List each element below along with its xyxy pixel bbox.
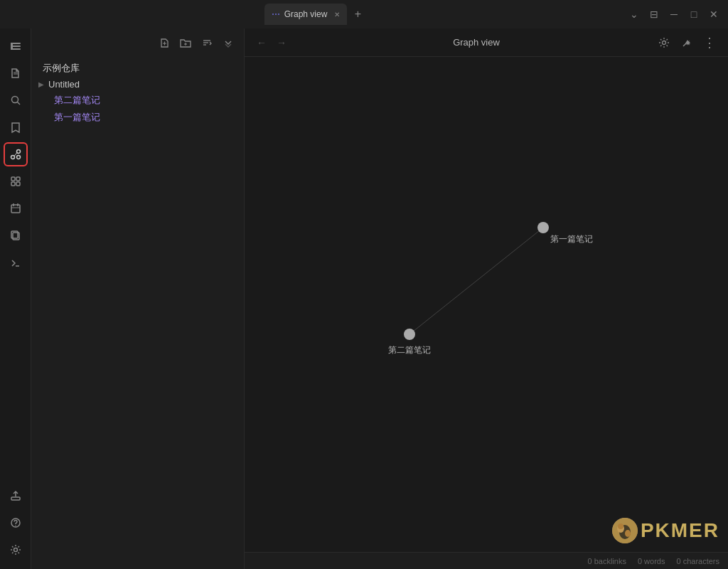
tree-root[interactable]: 示例仓库: [31, 60, 244, 77]
sidebar-item-bookmark[interactable]: [4, 115, 28, 139]
sidebar-item-settings[interactable]: [4, 538, 28, 562]
chevron-btn[interactable]: ⌄: [626, 6, 643, 23]
svg-point-38: [537, 222, 549, 233]
titlebar: ⋯ Graph view ✕ + ⌄ ⊟ ─ □ ✕: [0, 0, 728, 28]
graph-title: Graph view: [299, 37, 654, 48]
sidebar-item-terminal[interactable]: [4, 250, 28, 275]
collapse-all-btn[interactable]: [220, 34, 237, 51]
graph-header: ← → Graph view ⋮: [245, 28, 728, 57]
svg-line-7: [17, 102, 20, 105]
close-btn[interactable]: ✕: [705, 6, 722, 23]
tree-folder-untitled[interactable]: ▶ Untitled: [31, 77, 244, 92]
graph-more-btn[interactable]: ⋮: [700, 33, 719, 53]
maximize-btn[interactable]: □: [685, 6, 702, 23]
svg-point-39: [404, 329, 415, 340]
svg-rect-17: [11, 205, 20, 213]
pkmer-logo-icon: [612, 518, 638, 543]
svg-rect-15: [11, 182, 15, 186]
layout-btn[interactable]: ⊟: [646, 6, 663, 23]
new-tab-btn[interactable]: +: [348, 5, 367, 23]
chevron-right-icon: ▶: [38, 80, 44, 88]
graph-wand-btn[interactable]: [677, 33, 697, 53]
svg-rect-14: [16, 177, 20, 181]
words-count: 0 words: [638, 557, 665, 565]
pkmer-text: PKMER: [641, 519, 719, 542]
nav-forward-btn[interactable]: →: [273, 34, 290, 51]
sidebar-item-graph[interactable]: [4, 142, 28, 166]
new-folder-btn[interactable]: [177, 34, 194, 51]
list-item[interactable]: 第二篇笔记: [31, 92, 244, 109]
status-bar: 0 backlinks 0 words 0 characters: [245, 552, 728, 569]
svg-point-43: [618, 523, 623, 529]
sort-btn[interactable]: [198, 34, 215, 51]
sidebar-item-search[interactable]: [4, 88, 28, 112]
file-tree: 示例仓库 ▶ Untitled 第二篇笔记 第一篇笔记: [31, 57, 244, 569]
sidebar-item-plugins[interactable]: [4, 169, 28, 193]
tab-label: Graph view: [284, 9, 328, 19]
graph-svg: [245, 57, 728, 552]
svg-point-27: [14, 548, 17, 552]
tab-graph-icon: ⋯: [272, 9, 280, 19]
svg-point-35: [663, 41, 666, 44]
file-panel-header: [31, 28, 244, 57]
characters-count: 0 characters: [676, 557, 719, 565]
new-note-btn[interactable]: [156, 34, 173, 51]
sidebar-item-help[interactable]: [4, 511, 28, 535]
svg-line-37: [410, 228, 543, 334]
icon-sidebar: [0, 28, 31, 569]
svg-rect-3: [11, 43, 13, 50]
main-layout: 示例仓库 ▶ Untitled 第二篇笔记 第一篇笔记 ← → Graph vi…: [0, 28, 728, 569]
nav-back-btn[interactable]: ←: [253, 34, 270, 51]
graph-nav: ← →: [253, 34, 290, 51]
leaf-label: 第一篇笔记: [54, 111, 100, 124]
pkmer-watermark: PKMER: [612, 518, 719, 543]
root-label: 示例仓库: [43, 62, 80, 75]
file-panel: 示例仓库 ▶ Untitled 第二篇笔记 第一篇笔记: [31, 28, 245, 569]
tab-close-btn[interactable]: ✕: [334, 11, 340, 18]
sidebar-item-calendar[interactable]: [4, 196, 28, 220]
sidebar-item-copies[interactable]: [4, 223, 28, 248]
graph-area: ← → Graph view ⋮: [245, 28, 728, 569]
graph-canvas[interactable]: 第一篇笔记 第二篇笔记 PKMER: [245, 57, 728, 552]
svg-point-44: [625, 530, 631, 537]
svg-point-26: [15, 525, 16, 526]
sidebar-top-icons: [4, 34, 28, 484]
svg-rect-24: [11, 497, 20, 500]
titlebar-right: ⌄ ⊟ ─ □ ✕: [626, 6, 722, 23]
list-item[interactable]: 第一篇笔记: [31, 109, 244, 126]
titlebar-center: ⋯ Graph view ✕ +: [264, 4, 368, 25]
svg-rect-16: [16, 182, 20, 186]
sidebar-item-collapse[interactable]: [4, 34, 28, 58]
leaf-label: 第二篇笔记: [54, 94, 100, 107]
sidebar-item-files[interactable]: [4, 61, 28, 85]
svg-line-11: [14, 153, 17, 156]
minimize-btn[interactable]: ─: [665, 6, 682, 23]
sidebar-item-publish[interactable]: [4, 484, 28, 508]
graph-header-right: ⋮: [654, 33, 719, 53]
svg-rect-13: [11, 177, 15, 181]
graph-view-tab[interactable]: ⋯ Graph view ✕: [264, 4, 348, 25]
folder-label: Untitled: [48, 79, 80, 90]
sidebar-bottom-icons: [4, 484, 28, 569]
graph-settings-btn[interactable]: [654, 33, 674, 53]
backlinks-count: 0 backlinks: [588, 557, 626, 565]
